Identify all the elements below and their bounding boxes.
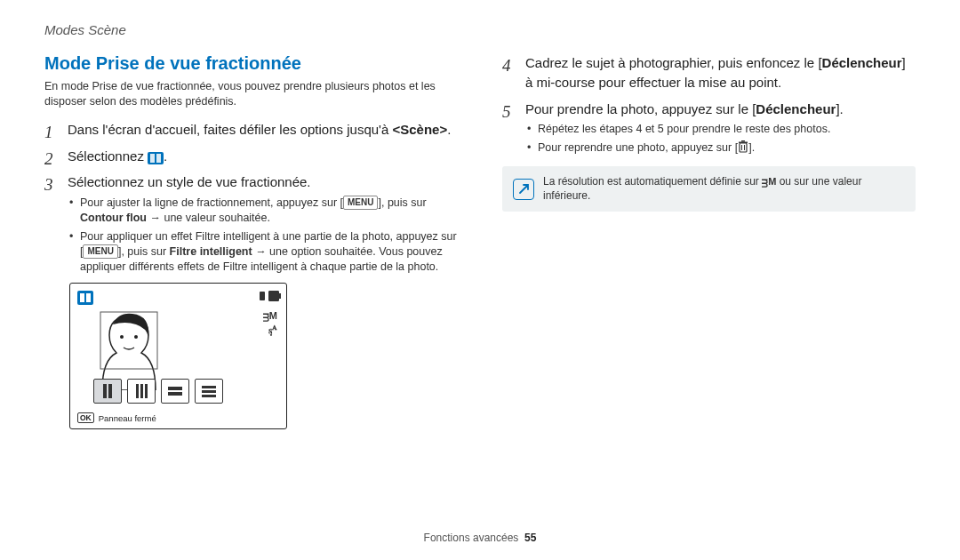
step-1-target: <Scène> [392,122,447,137]
steps-list-left: Dans l'écran d'accueil, faites défiler l… [44,120,458,275]
info-note-text: La résolution est automatiquement défini… [543,175,905,203]
camera-screen-illustration: ᴟM ᶊᴬ [69,283,287,429]
step-3: Sélectionnez un style de vue fractionnée… [44,172,458,274]
page-footer: Fonctions avancées 55 [0,532,960,544]
layout-2row-button[interactable] [161,379,189,404]
info-note: La résolution est automatiquement défini… [502,166,916,212]
info-note-icon [513,179,534,200]
svg-rect-1 [156,154,161,163]
step-5-bullet-1: Répétez les étapes 4 et 5 pour prendre l… [525,122,916,137]
step-3-bullet-2: Pour appliquer un effet Filtre intellige… [68,229,458,275]
manual-page: Modes Scène Mode Prise de vue fractionné… [0,0,960,560]
page-number: 55 [524,532,536,544]
step-5-bullet-2: Pour reprendre une photo, appuyez sur []… [525,140,916,156]
layout-3row-button[interactable] [195,379,223,404]
mode-badge-icon [77,291,93,305]
subject-preview [93,307,164,390]
svg-rect-2 [80,293,84,302]
section-intro: En mode Prise de vue fractionnée, vous p… [44,79,458,109]
menu-button-icon: MENU [83,244,117,259]
footer-section: Fonctions avancées [424,532,519,544]
right-column: Cadrez le sujet à photographier, puis en… [502,53,916,429]
battery-icon [268,291,279,301]
svg-point-5 [120,335,124,339]
svg-rect-10 [741,140,745,142]
step-1-post: . [447,122,451,137]
ok-chip: OK [77,412,94,423]
section-title: Mode Prise de vue fractionnée [44,53,458,74]
step-5-bullets: Répétez les étapes 4 et 5 pour prendre l… [525,122,916,156]
step-3-bullets: Pour ajuster la ligne de fractionnement,… [68,196,458,274]
svg-rect-9 [739,142,748,144]
step-1: Dans l'écran d'accueil, faites défiler l… [44,120,458,140]
svg-point-6 [134,335,138,339]
step-3-text: Sélectionnez un style de vue fractionnée… [68,174,311,189]
layout-options [93,379,223,404]
step-2-post: . [164,148,167,164]
layout-2col-button[interactable] [93,379,122,404]
resolution-icon: ᴟM [762,175,776,188]
step-4: Cadrez le sujet à photographier, puis en… [502,53,916,92]
flash-indicator: ᶊᴬ [268,324,277,336]
trash-icon [738,140,748,153]
status-icons [260,291,279,301]
left-column: Mode Prise de vue fractionnée En mode Pr… [44,53,458,429]
step-1-text: Dans l'écran d'accueil, faites défiler l… [68,122,392,137]
split-shot-mode-icon [148,152,164,164]
step-2: Sélectionnez . [44,147,458,166]
menu-button-icon: MENU [343,196,378,210]
layout-3col-button[interactable] [127,379,156,404]
resolution-indicator: ᴟM [263,310,277,322]
svg-rect-0 [150,154,155,163]
steps-list-right: Cadrez le sujet à photographier, puis en… [502,53,916,156]
svg-rect-3 [86,293,91,302]
breadcrumb: Modes Scène [44,22,916,37]
step-5: Pour prendre la photo, appuyez sur le [D… [502,100,916,156]
step-2-text: Sélectionnez [68,148,148,164]
camera-footer: OK Panneau fermé [77,412,156,423]
svg-rect-8 [740,143,747,152]
two-column-layout: Mode Prise de vue fractionnée En mode Pr… [44,53,916,429]
camera-footer-label: Panneau fermé [99,413,156,423]
step-3-bullet-1: Pour ajuster la ligne de fractionnement,… [68,196,458,226]
card-icon [260,292,265,300]
